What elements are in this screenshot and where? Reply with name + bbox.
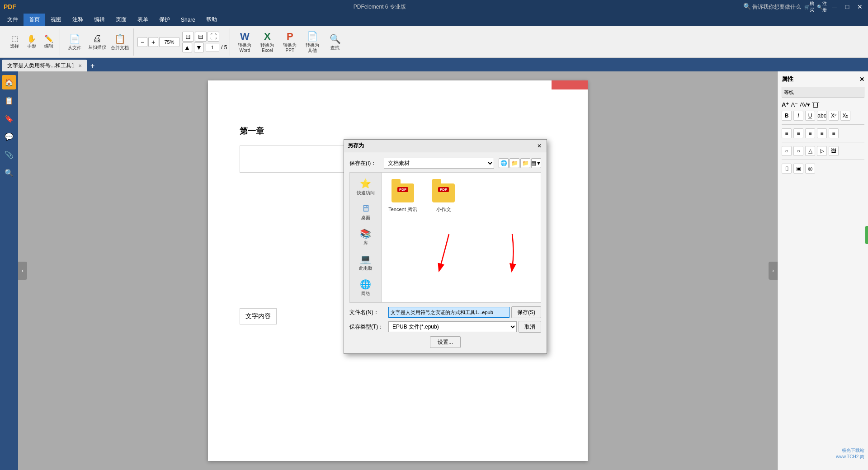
close-button[interactable]: ✕ bbox=[855, 2, 864, 11]
branding-line1: 极光下载站 bbox=[836, 447, 864, 454]
bold-button[interactable]: B bbox=[782, 111, 792, 121]
indent-button[interactable]: ≡ bbox=[829, 128, 839, 138]
tab-close-button[interactable]: ✕ bbox=[78, 63, 82, 68]
menu-page[interactable]: 页面 bbox=[110, 14, 132, 26]
dialog-nav-web[interactable]: 🌐 bbox=[499, 158, 509, 168]
settings-button[interactable]: 设置... bbox=[430, 336, 461, 348]
edit-tool-button[interactable]: ✏️ 编辑 bbox=[41, 29, 57, 55]
right-edge-indicator bbox=[865, 226, 868, 244]
divider-3 bbox=[782, 160, 864, 160]
text-style-row: B I U abc X² X₂ bbox=[782, 111, 864, 121]
font-size-decrease-button[interactable]: A⁻ bbox=[791, 101, 798, 108]
italic-button[interactable]: I bbox=[793, 111, 803, 121]
shape-image-button[interactable]: 🖼 bbox=[829, 146, 839, 156]
save-button[interactable]: 保存(S) bbox=[511, 306, 541, 318]
text-format-button[interactable]: T͟T bbox=[812, 101, 819, 108]
dialog-close-button[interactable]: ✕ bbox=[536, 142, 543, 150]
quick-access-item[interactable]: ⭐ 快速访问 bbox=[352, 176, 379, 198]
document-tab[interactable]: 文字是人类用符号...和工具1 ✕ bbox=[2, 60, 87, 71]
list-item[interactable]: PDF 小作文 bbox=[428, 178, 459, 213]
maximize-button[interactable]: □ bbox=[843, 2, 852, 11]
menu-share[interactable]: Share bbox=[175, 14, 201, 26]
page-down-button[interactable]: ▼ bbox=[194, 42, 204, 52]
minimize-button[interactable]: ─ bbox=[830, 2, 839, 11]
menu-view[interactable]: 视图 bbox=[45, 14, 67, 26]
menu-edit[interactable]: 编辑 bbox=[89, 14, 110, 26]
page-number-input[interactable] bbox=[206, 43, 219, 52]
list-item[interactable]: PDF Tencent 腾讯 bbox=[387, 178, 419, 213]
attachments-panel-button[interactable]: 📎 bbox=[2, 147, 16, 162]
network-item[interactable]: 🌐 网络 bbox=[352, 277, 379, 299]
branding: 极光下载站 www.TCH2.简 bbox=[836, 447, 864, 460]
convert-to-word-button[interactable]: W 转换为Word bbox=[234, 29, 255, 55]
font-size-increase-button[interactable]: A⁺ bbox=[782, 101, 789, 108]
bookmarks-panel-button[interactable]: 🔖 bbox=[2, 111, 16, 126]
zoom-out-button[interactable]: − bbox=[137, 37, 147, 47]
shape-arrow-button[interactable]: ▷ bbox=[817, 146, 827, 156]
save-in-select[interactable]: 文档素材 bbox=[384, 158, 494, 169]
pages-panel-button[interactable]: 📋 bbox=[2, 93, 16, 108]
search-panel-button[interactable]: 🔍 bbox=[2, 165, 16, 180]
align-center-button[interactable]: ≡ bbox=[793, 128, 803, 138]
buy-button[interactable]: 🛒 购买 bbox=[805, 2, 814, 11]
menu-home[interactable]: 首页 bbox=[24, 14, 45, 26]
desktop-item[interactable]: 🖥 桌面 bbox=[352, 202, 379, 223]
superscript-button[interactable]: X² bbox=[829, 111, 839, 121]
search-bar-text[interactable]: 🔍 告诉我你想要做什么 bbox=[743, 3, 801, 11]
convert-to-other-button[interactable]: 📄 转换为其他 bbox=[302, 29, 323, 55]
align-justify-button[interactable]: ≡ bbox=[817, 128, 827, 138]
comments-panel-button[interactable]: 💬 bbox=[2, 129, 16, 144]
menu-protect[interactable]: 保护 bbox=[154, 14, 175, 26]
library-item[interactable]: 📚 库 bbox=[352, 226, 379, 248]
underline-button[interactable]: U bbox=[805, 111, 815, 121]
zoom-in-button[interactable]: + bbox=[148, 37, 158, 47]
from-scanner-button[interactable]: 🖨 从扫描仪 bbox=[86, 29, 108, 55]
nav-left-button[interactable]: ‹ bbox=[18, 262, 27, 280]
subscript-button[interactable]: X₂ bbox=[840, 111, 850, 121]
convert-to-excel-button[interactable]: X 转换为Excel bbox=[256, 29, 278, 55]
this-pc-item[interactable]: 💻 此电脑 bbox=[352, 252, 379, 273]
shape-ellipse-button[interactable]: ○ bbox=[793, 146, 803, 156]
filename-input[interactable] bbox=[388, 307, 509, 318]
dialog-nav-up[interactable]: 📁 bbox=[509, 158, 519, 168]
select-tool-button[interactable]: ⬚ 选择 bbox=[6, 29, 23, 55]
new-tab-button[interactable]: + bbox=[87, 61, 98, 71]
fit-page-button[interactable]: ⊡ bbox=[182, 32, 194, 42]
align-left-button[interactable]: ≡ bbox=[782, 128, 792, 138]
convert-to-ppt-button[interactable]: P 转换为PPT bbox=[279, 29, 301, 55]
zoom-input[interactable] bbox=[159, 37, 179, 47]
save-in-row: 保存在(I)： 文档素材 🌐 📁 📁 ▤▼ bbox=[349, 158, 541, 169]
fullscreen-button[interactable]: ⛶ bbox=[208, 32, 219, 42]
strikethrough-button[interactable]: abc bbox=[817, 111, 827, 121]
fit-width-button[interactable]: ⊟ bbox=[195, 32, 207, 42]
properties-close-button[interactable]: ✕ bbox=[859, 76, 864, 83]
find-button[interactable]: 🔍 查找 bbox=[324, 29, 346, 55]
from-file-button[interactable]: 📄 从文件 bbox=[64, 29, 85, 55]
extra-btn-3[interactable]: ◎ bbox=[805, 164, 815, 174]
hand-tool-button[interactable]: ✋ 手形 bbox=[24, 29, 40, 55]
filetype-select[interactable]: EPUB 文件(*.epub) bbox=[388, 321, 517, 332]
menu-comment[interactable]: 注释 bbox=[67, 14, 89, 26]
font-name-input[interactable] bbox=[782, 87, 864, 98]
toolbar-selection-group: ⬚ 选择 ✋ 手形 ✏️ 编辑 bbox=[4, 28, 60, 56]
tab-label: 文字是人类用符号...和工具1 bbox=[7, 62, 75, 70]
merge-docs-button[interactable]: 📋 合并文档 bbox=[109, 29, 131, 55]
extra-btn-2[interactable]: ▣ bbox=[793, 164, 803, 174]
menu-file[interactable]: 文件 bbox=[2, 14, 24, 26]
page-up-button[interactable]: ▲ bbox=[182, 42, 192, 52]
dialog-nav-new[interactable]: 📁 bbox=[520, 158, 530, 168]
align-right-button[interactable]: ≡ bbox=[805, 128, 815, 138]
shape-triangle-button[interactable]: △ bbox=[805, 146, 815, 156]
font-color-button[interactable]: AV▾ bbox=[800, 101, 810, 108]
nav-right-button[interactable]: › bbox=[769, 262, 778, 280]
menu-help[interactable]: 帮助 bbox=[201, 14, 222, 26]
dialog-nav-view[interactable]: ▤▼ bbox=[531, 158, 541, 168]
shape-circle-button[interactable]: ○ bbox=[782, 146, 792, 156]
cancel-button[interactable]: 取消 bbox=[519, 321, 541, 333]
extra-btn-1[interactable]: ⌷ bbox=[782, 164, 792, 174]
register-button[interactable]: 🔍 注册 bbox=[817, 2, 826, 11]
home-panel-button[interactable]: 🏠 bbox=[2, 75, 16, 89]
toolbar-create-group: 📄 从文件 🖨 从扫描仪 📋 合并文档 bbox=[61, 28, 134, 56]
page-header-decoration bbox=[552, 80, 588, 89]
menu-form[interactable]: 表单 bbox=[132, 14, 154, 26]
